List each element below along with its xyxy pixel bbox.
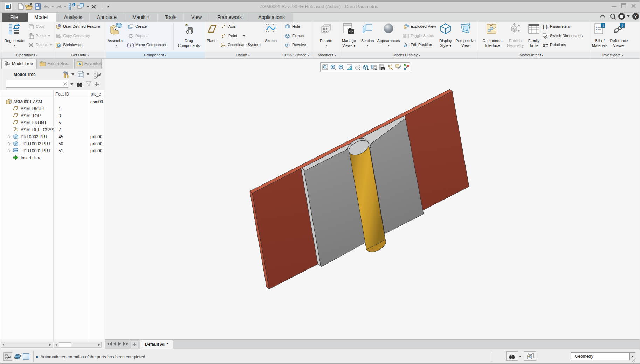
svg-text:?: ? [634,14,637,19]
svg-text:x: x [16,127,18,129]
svg-text:d=: d= [543,43,548,48]
svg-text:y: y [406,43,407,46]
svg-text:{ }: { } [543,23,548,29]
svg-text:i: i [603,23,604,27]
svg-text:i: i [622,23,623,27]
svg-text:fx: fx [545,36,548,39]
